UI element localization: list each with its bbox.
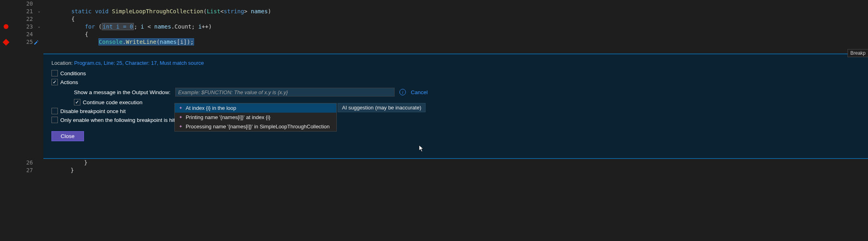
breakpoints-side-tab[interactable]: Breakp (848, 49, 868, 57)
code-token: WriteLine (126, 39, 156, 45)
close-button[interactable]: Close (51, 131, 84, 141)
fold-chevron-icon[interactable]: ⌄ (37, 9, 41, 13)
actions-label: Actions (60, 79, 78, 85)
line-number-gutter: 20 21 22 23 24 25 (12, 0, 36, 241)
code-token: names (154, 23, 171, 30)
actions-checkbox[interactable] (51, 79, 58, 85)
code-token: ) (209, 23, 212, 30)
conditions-checkbox[interactable] (51, 70, 58, 76)
line-number-gutter: 26 27 (12, 159, 36, 174)
code-token: names (248, 8, 268, 14)
message-label: Show a message in the Output Window: (74, 89, 170, 95)
code-token: ); (187, 39, 194, 45)
suggestion-text: Processing name '{names[i]}' in SimpleLo… (186, 124, 330, 130)
code-token: ( (156, 39, 160, 45)
sparkle-icon: ✦ (179, 124, 182, 129)
code-token: string (224, 8, 244, 14)
suggestion-item[interactable]: ✦ Processing name '{names[i]}' in Simple… (175, 122, 336, 131)
code-token: ; (192, 23, 199, 30)
breakpoint-marker-line-23[interactable] (4, 24, 8, 29)
code-token: } (70, 167, 74, 173)
tracepoint-message-input[interactable] (175, 88, 395, 97)
code-token: ; (134, 23, 141, 30)
fold-chevron-icon[interactable]: ⌄ (37, 24, 41, 29)
code-token: < (144, 23, 154, 30)
location-label: Location: (51, 60, 73, 66)
breakpoint-marker-line-25[interactable] (3, 39, 10, 46)
code-token: Console (99, 39, 123, 45)
info-icon[interactable]: i (399, 89, 406, 95)
line-number: 20 (12, 0, 33, 8)
code-token: i (198, 23, 201, 30)
location-value[interactable]: Program.cs, Line: 25, Character: 17, Mus… (73, 60, 204, 66)
continue-execution-checkbox[interactable] (74, 99, 80, 105)
svg-point-1 (38, 41, 39, 41)
line-number: 26 (12, 159, 33, 167)
code-token: static (71, 8, 92, 14)
suggestion-item[interactable]: ✦ At index {i} in the loop (175, 103, 336, 113)
code-token: < (220, 8, 223, 14)
code-token: { (85, 31, 88, 37)
breakpoint-settings-panel: Location: Program.cs, Line: 25, Characte… (43, 54, 868, 159)
code-token: [i] (177, 39, 187, 45)
code-token: ) (268, 8, 271, 14)
code-editor[interactable]: } } (43, 159, 868, 174)
code-token: > (244, 8, 247, 14)
suggestion-text: Printing name '{names[i]}' at index {i} (186, 114, 270, 120)
line-number: 24 (12, 31, 33, 38)
code-token: SimpleLoopThroughCollection (112, 8, 204, 14)
suggestion-text: At index {i} in the loop (186, 105, 236, 111)
code-token: List (207, 8, 221, 14)
code-token: { (71, 16, 74, 22)
sparkle-icon: ✦ (179, 115, 182, 120)
code-token: for (85, 23, 95, 30)
code-token: Count (174, 23, 191, 30)
code-token: ( (203, 8, 207, 14)
suggestion-item[interactable]: ✦ Printing name '{names[i]}' at index {i… (175, 113, 336, 122)
line-number: 21 (12, 8, 33, 15)
disable-once-checkbox[interactable] (51, 108, 58, 114)
code-token: ++ (202, 23, 209, 30)
cancel-link[interactable]: Cancel (411, 89, 428, 95)
line-number: 23 (12, 23, 33, 31)
continue-execution-label: Continue code execution (83, 99, 143, 105)
line-number: 25 (12, 38, 33, 46)
fold-gutter[interactable]: ⌄ ⌄ (36, 0, 44, 241)
code-token: void (95, 8, 108, 14)
code-token: int i = 0 (102, 23, 133, 30)
line-number: 27 (12, 167, 33, 174)
code-token: } (84, 159, 87, 166)
svg-point-0 (37, 40, 38, 41)
sparkle-icon: ✦ (179, 105, 182, 111)
breakpoint-gutter[interactable] (0, 0, 12, 241)
code-token: names (160, 39, 177, 45)
only-enable-checkbox[interactable] (51, 117, 58, 123)
ai-suggestion-badge: AI suggestion (may be inaccurate) (338, 103, 426, 112)
conditions-label: Conditions (60, 70, 86, 76)
only-enable-label: Only enable when the following breakpoin… (60, 117, 176, 123)
ai-suggestion-popup: ✦ At index {i} in the loop ✦ Printing na… (174, 103, 337, 132)
code-token: ( (95, 23, 102, 30)
wand-icon[interactable] (33, 39, 39, 46)
line-number: 22 (12, 15, 33, 23)
disable-once-label: Disable breakpoint once hit (60, 108, 126, 114)
